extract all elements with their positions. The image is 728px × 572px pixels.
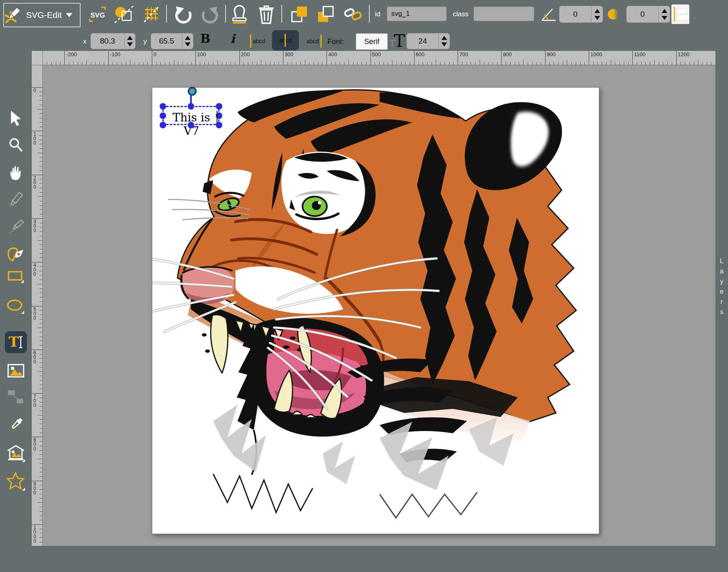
- pencil-tool-button[interactable]: [5, 189, 27, 211]
- font-family-button[interactable]: Serif: [356, 33, 388, 50]
- h-ruler-label: 200: [241, 51, 250, 57]
- align-panel-button[interactable]: [671, 4, 689, 24]
- font-family-value: Serif: [364, 37, 379, 46]
- h-ruler-tick: [571, 62, 572, 65]
- h-ruler-tick: [104, 62, 104, 65]
- h-ruler-tick: [650, 62, 650, 65]
- v-ruler-tick: [39, 148, 42, 149]
- line-tool-button[interactable]: [5, 216, 27, 238]
- v-ruler-label: 7 0 0: [33, 394, 36, 408]
- h-ruler-tick: [78, 62, 78, 65]
- selection-handle-sw[interactable]: [160, 122, 166, 128]
- x-spinner[interactable]: [125, 33, 136, 49]
- image-tool-button[interactable]: [5, 360, 27, 382]
- blur-input[interactable]: 0: [626, 6, 659, 23]
- star-tool-button[interactable]: [5, 471, 27, 493]
- blur-spinner[interactable]: [659, 6, 670, 23]
- v-ruler-tick: [39, 113, 42, 114]
- class-label: class: [453, 10, 469, 18]
- v-ruler-tick: [39, 494, 42, 494]
- y-spinner[interactable]: [182, 33, 193, 49]
- h-ruler-tick: [702, 62, 703, 65]
- h-ruler-tick: [366, 62, 366, 65]
- h-ruler-tick: [204, 62, 205, 65]
- h-ruler-tick: [261, 60, 261, 65]
- angle-input[interactable]: 0: [559, 6, 592, 23]
- h-ruler-tick: [126, 62, 126, 65]
- v-ruler-tick: [39, 223, 42, 223]
- text-tool-button[interactable]: T: [5, 331, 27, 353]
- h-ruler-label: 400: [328, 51, 337, 57]
- source-editor-button[interactable]: SVG: [87, 5, 108, 24]
- class-input[interactable]: [474, 7, 534, 21]
- v-ruler-tick: [39, 100, 42, 101]
- path-tool-button[interactable]: [5, 243, 27, 265]
- pan-tool-button[interactable]: [5, 162, 27, 184]
- layers-tab[interactable]: L a y e r s: [715, 256, 728, 317]
- blur-value: 0: [640, 10, 645, 19]
- h-ruler-tick: [305, 60, 305, 65]
- delete-button[interactable]: [257, 3, 276, 25]
- text-anchor-end-button[interactable]: abcd: [303, 33, 322, 50]
- v-ruler-tick: [39, 363, 42, 363]
- v-ruler-tick: [39, 433, 42, 433]
- eyedropper-tool-button[interactable]: [5, 414, 27, 436]
- connector-tool-button[interactable]: [5, 386, 27, 408]
- h-ruler-tick: [314, 62, 314, 65]
- angle-spinner[interactable]: [592, 6, 603, 23]
- move-to-bottom-button[interactable]: [316, 4, 336, 24]
- italic-button[interactable]: i: [230, 32, 235, 46]
- v-ruler-tick: [39, 135, 42, 136]
- redo-button[interactable]: [200, 4, 219, 24]
- h-ruler-tick: [410, 62, 410, 65]
- h-ruler-tick: [182, 62, 183, 65]
- tools-sidebar: T: [0, 51, 32, 546]
- selection-handle-n[interactable]: [188, 103, 194, 110]
- h-ruler-tick: [252, 62, 253, 65]
- font-size-spinner[interactable]: [439, 33, 450, 49]
- text-anchor-start-button[interactable]: abcd: [249, 33, 269, 50]
- drawing-canvas[interactable]: This is V7: [152, 87, 599, 534]
- v-ruler-tick: [39, 450, 42, 451]
- v-ruler-tick: [39, 161, 42, 162]
- h-ruler-tick: [694, 62, 694, 65]
- h-ruler-tick: [567, 60, 567, 65]
- selection-handle-ne[interactable]: [216, 103, 222, 110]
- zoom-tool-button[interactable]: [5, 134, 27, 156]
- make-link-button[interactable]: [343, 5, 363, 24]
- bold-button[interactable]: B: [200, 32, 211, 46]
- selection-handle-w[interactable]: [160, 112, 166, 119]
- v-ruler-label: 3 0 0: [33, 220, 36, 233]
- selection-handle-nw[interactable]: [160, 103, 166, 110]
- v-ruler-tick: [39, 105, 42, 105]
- font-size-input[interactable]: 24: [406, 33, 439, 49]
- v-ruler-tick: [39, 398, 42, 398]
- h-ruler-tick: [388, 62, 388, 65]
- move-to-top-button[interactable]: [289, 4, 309, 24]
- selection-handle-s[interactable]: [188, 122, 194, 128]
- x-input[interactable]: 80.3: [90, 33, 125, 49]
- main-menu-button[interactable]: SVG-Edit: [3, 3, 81, 27]
- h-ruler-tick: [676, 51, 677, 65]
- undo-button[interactable]: [174, 4, 194, 24]
- id-input[interactable]: svg_1: [387, 7, 447, 21]
- rectangle-tool-button[interactable]: [5, 266, 27, 288]
- v-ruler-tick: [39, 367, 42, 367]
- document-properties-button[interactable]: [113, 4, 135, 24]
- h-ruler-tick: [602, 62, 602, 65]
- v-ruler-tick: [39, 288, 42, 289]
- h-ruler-tick: [589, 51, 589, 65]
- clone-button[interactable]: [229, 3, 250, 25]
- text-anchor-middle-button[interactable]: abcd: [272, 30, 299, 51]
- y-input[interactable]: 65.5: [151, 33, 182, 49]
- image-icon: [7, 363, 25, 379]
- ellipse-tool-button[interactable]: [5, 295, 27, 317]
- v-ruler-label: 6 0 0: [33, 351, 36, 364]
- v-ruler-tick: [37, 284, 42, 284]
- h-ruler-tick: [200, 62, 200, 65]
- rotate-handle[interactable]: [188, 87, 197, 96]
- v-ruler-tick: [39, 354, 42, 354]
- shape-library-button[interactable]: [5, 443, 27, 465]
- select-tool-button[interactable]: [5, 107, 27, 129]
- editor-preferences-button[interactable]: [142, 4, 162, 24]
